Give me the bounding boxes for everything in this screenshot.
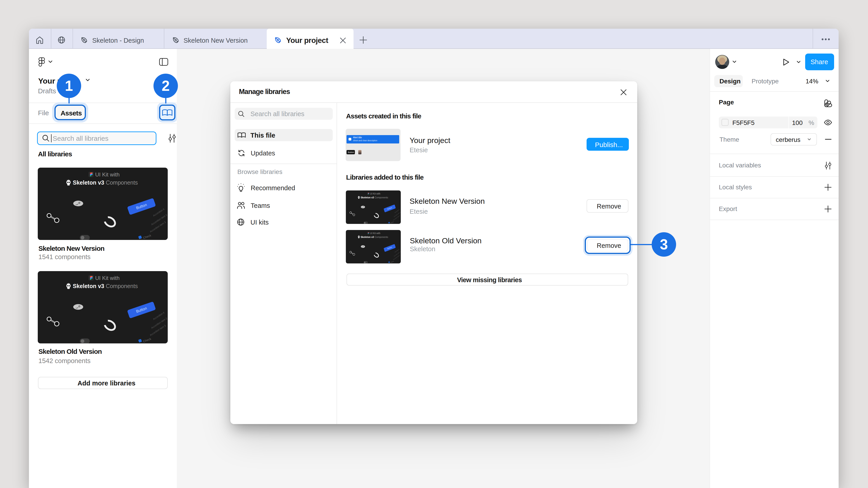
svg-text:Check: Check	[390, 221, 394, 224]
svg-text:Check: Check	[390, 260, 394, 263]
svg-text:Check: Check	[143, 234, 152, 240]
svg-text:Check: Check	[143, 337, 152, 343]
